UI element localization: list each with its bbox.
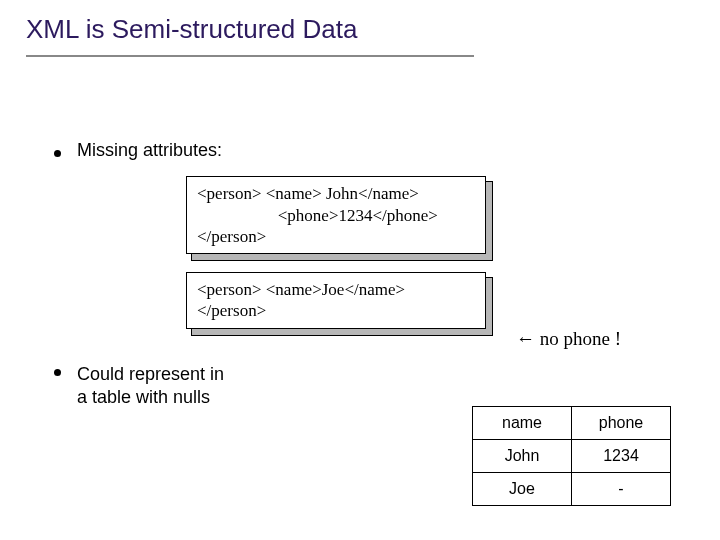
bullet-2-text: Could represent in a table with nulls: [77, 363, 224, 410]
code-box-2-wrap: <person> <name>Joe</name> </person>: [186, 272, 486, 329]
bullet-disc-icon: [54, 369, 61, 376]
slide-title: XML is Semi-structured Data: [0, 0, 720, 45]
code-box-1: <person> <name> John</name> <phone>1234<…: [186, 176, 486, 254]
bullet-2: Could represent in a table with nulls: [54, 363, 720, 410]
title-underline: [26, 55, 474, 57]
code-line: <phone>1234</phone>: [197, 205, 475, 226]
code-line: </person>: [197, 300, 475, 321]
table-cell: Joe: [473, 473, 572, 506]
table-header-cell: name: [473, 407, 572, 440]
code-line: </person>: [197, 226, 475, 247]
table-cell: 1234: [572, 440, 671, 473]
bullet-1: Missing attributes:: [54, 139, 720, 162]
table-cell: John: [473, 440, 572, 473]
arrow-left-icon: ←: [516, 328, 535, 349]
table-row: Joe -: [473, 473, 671, 506]
table-header-row: name phone: [473, 407, 671, 440]
table-header-cell: phone: [572, 407, 671, 440]
data-table-wrap: name phone John 1234 Joe -: [472, 406, 671, 506]
code-line: <person> <name> John</name>: [197, 183, 475, 204]
table-row: John 1234: [473, 440, 671, 473]
data-table: name phone John 1234 Joe -: [472, 406, 671, 506]
code-box-2: <person> <name>Joe</name> </person>: [186, 272, 486, 329]
annotation-text: no phone !: [535, 328, 621, 349]
code-box-1-wrap: <person> <name> John</name> <phone>1234<…: [186, 176, 486, 254]
table-cell: -: [572, 473, 671, 506]
annotation: ← no phone !: [516, 328, 621, 350]
bullet-disc-icon: [54, 150, 61, 157]
code-line: <person> <name>Joe</name>: [197, 279, 475, 300]
bullet-1-text: Missing attributes:: [77, 139, 222, 162]
